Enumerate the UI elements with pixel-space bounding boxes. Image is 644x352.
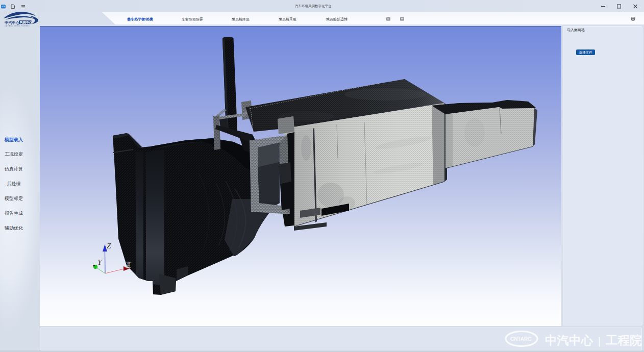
- svg-text:风洞中心: 风洞中心: [19, 20, 32, 24]
- svg-text:中汽中心 ❘ 工程院: 中汽中心 ❘ 工程院: [545, 334, 642, 347]
- svg-text:Z: Z: [107, 242, 111, 250]
- svg-text:X: X: [126, 261, 131, 269]
- svg-text:CATARC WIND TUNNEL: CATARC WIND TUNNEL: [5, 25, 30, 27]
- svg-text:CNTARC: CNTARC: [510, 336, 531, 342]
- svg-text:中汽中心: 中汽中心: [5, 20, 20, 25]
